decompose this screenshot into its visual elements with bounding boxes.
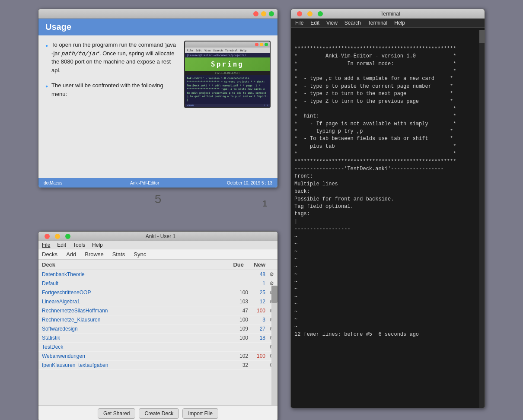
inner-menu-terminal: Terminal [225, 49, 238, 52]
deck-name-cell[interactable]: DatenbankTheorie [42, 271, 222, 277]
terminal-line: ~ [294, 308, 481, 315]
import-file-button[interactable]: Import File [182, 408, 218, 419]
table-row[interactable]: Rechnernetze_Klausuren1003⚙ [38, 315, 277, 325]
toolbar-stats[interactable]: Stats [112, 251, 125, 258]
inner-status-left: NORMAL [187, 104, 195, 107]
usage-titlebar [38, 9, 277, 19]
deck-new-cell: 25 [248, 290, 265, 296]
bullet-icon: ● [45, 83, 48, 98]
deck-name-cell[interactable]: fpenKlausuren_textaufgaben [42, 362, 222, 368]
terminal-line: ~ [294, 301, 481, 308]
terminal-line: ~ [294, 323, 481, 331]
table-row[interactable]: RechnernetzeSilasHoffmann47100⚙ [38, 306, 277, 315]
get-shared-button[interactable]: Get Shared [98, 408, 135, 419]
table-row[interactable]: Webanwendungen102100⚙ [38, 352, 277, 361]
deck-name-cell[interactable]: LineareAlgebra1 [42, 299, 222, 305]
inner-terminal: File Edit View Search Terminal Help @les… [184, 41, 271, 108]
deck-gear-icon[interactable]: ⚙ [265, 271, 274, 277]
term-menu-file[interactable]: File [295, 20, 303, 26]
table-row[interactable]: Default1⚙ [38, 279, 277, 288]
col-deck-header: Deck [42, 261, 218, 268]
table-row[interactable]: Statistik10018⚙ [38, 334, 277, 343]
menu-help[interactable]: Help [92, 242, 103, 248]
maximize-icon[interactable] [269, 11, 274, 16]
terminal-line: * - If page is not available with simply… [294, 121, 481, 128]
deck-scrollbar[interactable] [271, 286, 277, 420]
terminal-line: * - type ,c to add a template for a new … [294, 75, 481, 83]
terminal-minimize-icon[interactable] [307, 11, 313, 16]
term-menu-terminal[interactable]: Terminal [368, 20, 387, 26]
deck-area: Deck Due New DatenbankTheorie48⚙Default1… [38, 260, 277, 370]
bullet-icon: ● [45, 42, 48, 74]
table-row[interactable]: FortgeschritteneOOP10025⚙ [38, 288, 277, 297]
terminal-maximize-icon[interactable] [318, 11, 323, 16]
deck-due-cell: 100 [222, 335, 248, 341]
list-item: ● The user will be confronted with the f… [45, 81, 177, 98]
statusbar-left: dotMacus [44, 181, 62, 185]
minimize-icon[interactable] [261, 11, 266, 16]
term-menu-search[interactable]: Search [344, 20, 361, 26]
deck-name-cell[interactable]: RechnernetzeSilasHoffmann [42, 308, 222, 314]
toolbar-decks[interactable]: Decks [42, 251, 57, 258]
page-current: 1 [262, 199, 267, 209]
anki-menubar: File Edit Tools Help [38, 241, 277, 249]
usage-item-1: To open run the programm run the command… [51, 41, 177, 74]
table-row[interactable]: LineareAlgebra110312⚙ [38, 297, 277, 306]
inner-statusbar: NORMAL 1,1 [185, 104, 270, 107]
terminal-window: Terminal File Edit View Search Terminal … [290, 9, 485, 408]
scrollbar-thumb[interactable] [271, 286, 277, 303]
menu-tools[interactable]: Tools [73, 242, 85, 248]
terminal-line: Possible for front and backside. [294, 196, 481, 203]
toolbar-add[interactable]: Add [66, 251, 76, 258]
terminal-body[interactable]: ****************************************… [291, 28, 485, 405]
term-menu-help[interactable]: Help [394, 20, 405, 26]
anki-minimize-icon[interactable] [55, 234, 60, 239]
deck-due-cell: 100 [222, 317, 248, 323]
anki-close-icon[interactable] [45, 234, 50, 239]
deck-new-cell: 18 [248, 335, 265, 341]
terminal-line: Multiple lines [294, 181, 481, 188]
anki-titlebar: Anki - User 1 [38, 232, 277, 241]
terminal-scrollbar-thumb[interactable] [479, 30, 485, 43]
terminal-menubar: File Edit View Search Terminal Help [291, 19, 485, 28]
terminal-line: ****************************************… [294, 45, 481, 53]
term-menu-view[interactable]: View [326, 20, 338, 26]
current-page: 1 [262, 199, 267, 208]
terminal-scrollbar[interactable] [479, 30, 485, 408]
menu-edit[interactable]: Edit [57, 242, 66, 248]
table-row[interactable]: TestDeck⚙ [38, 343, 277, 352]
inner-max [265, 43, 268, 46]
menu-file[interactable]: File [42, 242, 50, 248]
table-row[interactable]: fpenKlausuren_textaufgaben32⚙ [38, 361, 277, 370]
table-row[interactable]: Softwaredesign10927⚙ [38, 325, 277, 334]
deck-name-cell[interactable]: Softwaredesign [42, 326, 222, 332]
term-menu-edit[interactable]: Edit [310, 20, 319, 26]
list-item: ● To open run the programm run the comma… [45, 41, 177, 74]
inner-menu-search: Search [213, 49, 223, 52]
deck-name-cell[interactable]: Rechnernetze_Klausuren [42, 317, 222, 323]
deck-name-cell[interactable]: FortgeschritteneOOP [42, 290, 222, 296]
deck-due-cell: 100 [222, 290, 248, 296]
deck-name-cell[interactable]: Webanwendungen [42, 353, 222, 359]
toolbar-sync[interactable]: Sync [134, 251, 146, 258]
deck-due-cell: 47 [222, 308, 248, 314]
terminal-line: * hint: * [294, 113, 481, 120]
terminal-line: ~ [294, 316, 481, 323]
terminal-line: ~ [294, 293, 481, 301]
terminal-line: * Anki-Vim-Editor - version 1.0 * [294, 53, 481, 60]
terminal-line: ****************************************… [294, 158, 481, 165]
close-icon[interactable] [253, 11, 258, 16]
deck-name-cell[interactable]: Default [42, 280, 222, 286]
deck-name-cell[interactable]: TestDeck [42, 344, 222, 350]
table-row[interactable]: DatenbankTheorie48⚙ [38, 270, 277, 279]
terminal-close-icon[interactable] [297, 11, 302, 16]
deck-new-cell: 12 [248, 299, 265, 305]
terminal-line: * * [294, 150, 481, 158]
toolbar-browse[interactable]: Browse [85, 251, 103, 258]
deck-due-cell: 32 [222, 362, 248, 368]
deck-name-cell[interactable]: Statistik [42, 335, 222, 341]
inner-min [260, 43, 263, 46]
create-deck-button[interactable]: Create Deck [139, 408, 179, 419]
terminal-line: * plus tab * [294, 143, 481, 150]
anki-maximize-icon[interactable] [65, 234, 70, 239]
